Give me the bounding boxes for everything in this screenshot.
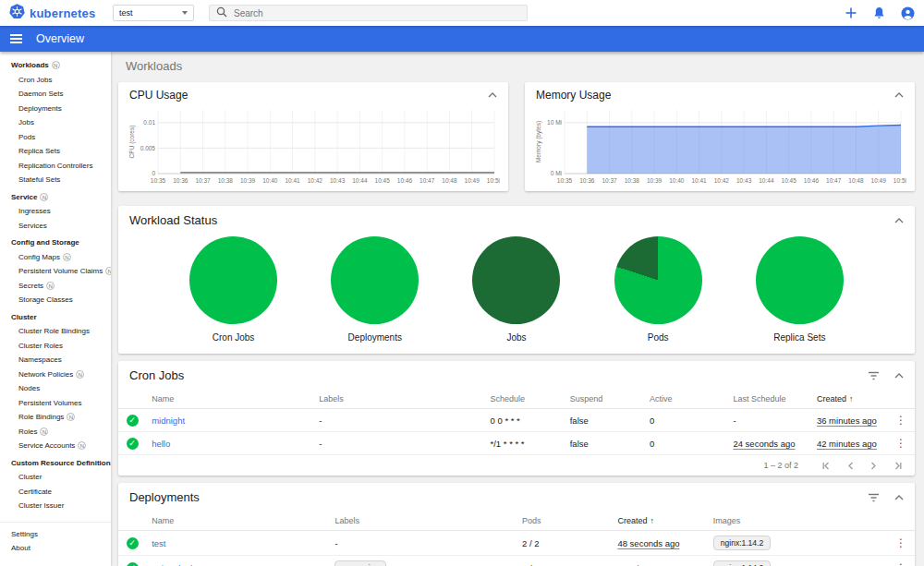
sidebar-item-storage-classes[interactable]: Storage Classes — [0, 293, 111, 307]
sidebar-item-persistent-volume-claims[interactable]: Persistent Volume Claims N — [0, 264, 111, 279]
image-chip: nginx:1.14.2 — [713, 560, 771, 566]
row-actions-button[interactable]: ⋮ — [893, 536, 909, 549]
column-header-labels[interactable]: Labels — [313, 390, 484, 409]
sidebar-item-workloads[interactable]: Workloads N — [0, 58, 111, 73]
sidebar-section-cluster[interactable]: Cluster — [0, 310, 111, 325]
notifications-button[interactable] — [873, 6, 885, 19]
column-header-label: Created — [617, 516, 647, 525]
sidebar-item-daemon-sets[interactable]: Daemon Sets — [0, 87, 111, 102]
sidebar-item-crd-cluster-issuer[interactable]: Cluster Issuer — [0, 499, 111, 513]
sidebar-item-cron-jobs[interactable]: Cron Jobs — [0, 73, 111, 88]
labels-cell: - — [313, 409, 484, 432]
column-header-schedule[interactable]: Schedule — [485, 390, 565, 409]
previous-page-button[interactable] — [847, 462, 854, 470]
column-header-name[interactable]: Name — [146, 390, 313, 409]
sidebar-item-settings[interactable]: Settings — [0, 527, 111, 542]
create-button[interactable] — [845, 6, 857, 19]
sidebar-item-services[interactable]: Services — [0, 219, 111, 234]
images-cell: nginx:1.14.2 — [708, 531, 887, 556]
sidebar-item-secrets[interactable]: Secrets N — [0, 279, 111, 294]
sidebar-item-deployments[interactable]: Deployments — [0, 102, 111, 116]
last-schedule-time[interactable]: 24 seconds ago — [733, 439, 795, 449]
cron-jobs-title: Cron Jobs — [129, 368, 184, 382]
sidebar-item-role-bindings[interactable]: Role Bindings N — [0, 410, 111, 425]
collapse-memory-card-button[interactable] — [894, 92, 904, 98]
sidebar-item-config-maps[interactable]: Config Maps N — [0, 250, 111, 265]
sidebar-item-service[interactable]: Service N — [0, 190, 111, 205]
sidebar-item-nodes[interactable]: Nodes — [0, 381, 111, 396]
sidebar-item-about[interactable]: About — [0, 541, 111, 556]
active-cell: 0 — [644, 432, 728, 455]
menu-button[interactable] — [10, 34, 22, 43]
column-header-active[interactable]: Active — [644, 390, 728, 409]
table-row: ✓ test - 2 / 2 48 seconds ago nginx:1.14… — [118, 531, 915, 556]
sidebar-item-roles[interactable]: Roles N — [0, 425, 111, 440]
filter-button[interactable] — [868, 371, 880, 380]
created-time[interactable]: 42 minutes ago — [817, 439, 877, 449]
created-cell: 42 minutes ago — [811, 432, 887, 455]
sidebar-item-replica-sets[interactable]: Replica Sets — [0, 144, 111, 159]
sidebar-item-label: Ingresses — [18, 207, 51, 215]
svg-text:10:45: 10:45 — [782, 177, 797, 184]
row-actions-button[interactable]: ⋮ — [893, 414, 909, 427]
column-header-name[interactable]: Name — [146, 512, 329, 531]
replica-sets-pie — [756, 236, 844, 324]
sidebar-section-config-and-storage[interactable]: Config and Storage — [0, 235, 111, 250]
deployment-name-link[interactable]: nginx-deployment — [152, 563, 221, 566]
created-time[interactable]: 36 minutes ago — [817, 415, 877, 426]
row-actions-button[interactable]: ⋮ — [893, 437, 909, 450]
column-header-suspend[interactable]: Suspend — [565, 390, 644, 409]
search-input[interactable] — [234, 8, 520, 18]
namespace-select[interactable]: test — [113, 5, 194, 21]
sidebar-item-cluster-roles[interactable]: Cluster Roles — [0, 339, 111, 354]
sidebar-item-crd-certificate[interactable]: Certificate — [0, 485, 111, 500]
sidebar-item-persistent-volumes[interactable]: Persistent Volumes — [0, 396, 111, 411]
column-header-labels[interactable]: Labels — [329, 512, 517, 531]
sidebar-item-label: Cluster Role Bindings — [18, 327, 90, 335]
created-time[interactable]: 48 seconds ago — [617, 538, 679, 548]
search-icon — [216, 5, 227, 21]
collapse-status-card-button[interactable] — [894, 218, 904, 223]
first-page-button[interactable] — [822, 462, 831, 470]
kubernetes-brand[interactable]: kubernetes — [9, 4, 113, 23]
collapse-cron-jobs-card-button[interactable] — [894, 373, 904, 379]
top-actions — [845, 6, 915, 20]
column-header-created[interactable]: Created↑ — [612, 512, 707, 531]
sidebar-item-jobs[interactable]: Jobs — [0, 115, 111, 130]
column-header-pods[interactable]: Pods — [517, 512, 612, 531]
column-header-created[interactable]: Created↑ — [811, 390, 887, 409]
created-time[interactable]: 42 minutes ago — [617, 563, 677, 566]
cronjob-name-link[interactable]: hello — [152, 439, 170, 449]
collapse-cpu-card-button[interactable] — [488, 92, 497, 98]
chevron-down-icon — [182, 11, 188, 15]
svg-text:10:44: 10:44 — [759, 177, 774, 184]
row-actions-button[interactable]: ⋮ — [893, 561, 909, 566]
sidebar-item-crd-cluster[interactable]: Cluster — [0, 470, 111, 485]
cronjob-name-link[interactable]: midnight — [152, 415, 185, 426]
sidebar-item-network-policies[interactable]: Network Policies N — [0, 367, 111, 382]
column-header-last-schedule[interactable]: Last Schedule — [727, 390, 811, 409]
sidebar-item-cluster-role-bindings[interactable]: Cluster Role Bindings — [0, 324, 111, 339]
account-button[interactable] — [901, 6, 915, 20]
next-page-button[interactable] — [870, 462, 877, 470]
sidebar-item-label: Roles — [18, 428, 37, 436]
sidebar-item-label: Workloads — [11, 61, 49, 69]
svg-text:10:44: 10:44 — [352, 177, 368, 184]
sidebar-section-custom-resource-definitions[interactable]: Custom Resource Definitions — [0, 456, 111, 471]
sidebar-item-service-accounts[interactable]: Service Accounts N — [0, 439, 111, 453]
sidebar-item-namespaces[interactable]: Namespaces — [0, 353, 111, 367]
sidebar-item-pods[interactable]: Pods — [0, 130, 111, 145]
search-bar[interactable] — [209, 5, 528, 21]
pie-label: Replica Sets — [773, 332, 825, 343]
cron-jobs-status-chart: Cron Jobs — [189, 236, 277, 343]
status-pie-charts: Cron Jobs Deployments Jobs Pods Replica … — [118, 235, 915, 354]
sidebar-item-replication-controllers[interactable]: Replication Controllers — [0, 159, 111, 174]
deployment-name-link[interactable]: test — [152, 538, 165, 548]
filter-button[interactable] — [868, 493, 880, 502]
last-page-button[interactable] — [894, 462, 902, 470]
column-header-images[interactable]: Images — [708, 512, 887, 531]
sidebar-item-stateful-sets[interactable]: Stateful Sets — [0, 173, 111, 187]
sidebar-item-ingresses[interactable]: Ingresses — [0, 204, 111, 219]
collapse-deployments-card-button[interactable] — [894, 495, 904, 500]
svg-text:10:38: 10:38 — [218, 177, 234, 184]
